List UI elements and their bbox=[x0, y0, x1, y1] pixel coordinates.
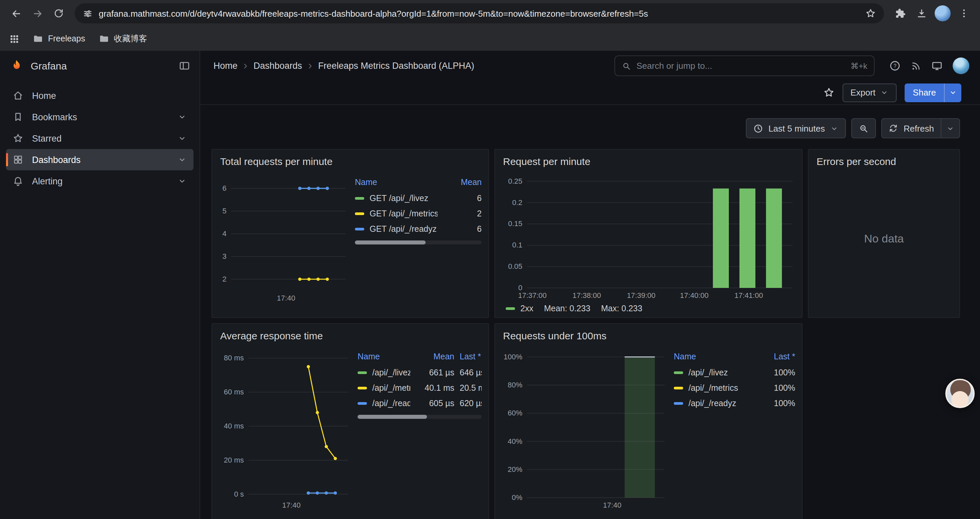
requests-under-100ms-chart[interactable]: 100%80%60%40%20%0%17:40 bbox=[502, 347, 668, 511]
downloads-icon[interactable] bbox=[911, 3, 932, 24]
favorite-star-icon[interactable] bbox=[823, 87, 834, 98]
legend-row[interactable]: GET /api/_/readyz 6 bbox=[355, 221, 482, 236]
legend-header-name[interactable]: Name bbox=[355, 178, 438, 187]
svg-text:6: 6 bbox=[223, 184, 226, 192]
legend-row[interactable]: GET /api/_/livez 6 bbox=[355, 190, 482, 206]
monitor-icon[interactable] bbox=[931, 60, 943, 72]
total-requests-chart[interactable]: 2345617:40 bbox=[219, 173, 350, 304]
breadcrumb-dashboards[interactable]: Dashboards bbox=[253, 61, 302, 71]
panel-title[interactable]: Request per minute bbox=[495, 150, 802, 169]
series-mean: 2 bbox=[443, 209, 482, 218]
legend-header-last[interactable]: Last * bbox=[460, 352, 482, 361]
sidebar-item-alerting[interactable]: Alerting bbox=[6, 170, 194, 192]
series-name[interactable]: /api/_/metrics bbox=[372, 383, 410, 393]
panel-title[interactable]: Requests under 100ms bbox=[495, 324, 802, 343]
series-name[interactable]: GET /api/_/metrics bbox=[369, 209, 438, 218]
zoom-out-button[interactable] bbox=[851, 118, 876, 138]
legend-header-name[interactable]: Name bbox=[358, 352, 410, 361]
chevron-down-icon[interactable] bbox=[177, 155, 187, 164]
panel-title[interactable]: Total requests per minute bbox=[212, 150, 488, 169]
average-response-time-chart[interactable]: 80 ms60 ms40 ms20 ms0 s17:40 bbox=[219, 347, 352, 511]
news-feed-icon[interactable] bbox=[911, 61, 921, 71]
chevron-down-icon bbox=[830, 124, 839, 133]
series-max-stat: Max: 0.233 bbox=[601, 304, 643, 313]
sidebar-toggle-icon[interactable] bbox=[179, 60, 190, 72]
browser-menu-icon[interactable] bbox=[953, 3, 975, 24]
sidebar-item-starred[interactable]: Starred bbox=[6, 128, 194, 149]
legend-scrollbar[interactable] bbox=[355, 241, 482, 244]
grafana-logo[interactable] bbox=[10, 58, 24, 73]
bookmark-item-blogs[interactable]: 收藏博客 bbox=[99, 33, 147, 45]
request-per-minute-chart[interactable]: 00.050.10.150.20.2517:37:0017:38:0017:39… bbox=[502, 173, 797, 301]
series-name[interactable]: /api/_/readyz bbox=[372, 398, 410, 408]
export-button[interactable]: Export bbox=[842, 83, 897, 102]
forward-button[interactable] bbox=[27, 3, 48, 24]
series-name[interactable]: 2xx bbox=[520, 304, 533, 313]
svg-text:17:39:00: 17:39:00 bbox=[627, 291, 655, 300]
chevron-down-icon[interactable] bbox=[177, 134, 187, 143]
legend-row[interactable]: GET /api/_/metrics 2 bbox=[355, 206, 482, 221]
search-input[interactable] bbox=[636, 61, 845, 71]
search-box[interactable]: ⌘+k bbox=[614, 56, 875, 76]
series-name[interactable]: /api/_/livez bbox=[372, 368, 410, 377]
scrollbar-thumb[interactable] bbox=[358, 415, 427, 419]
series-name[interactable]: /api/_/livez bbox=[689, 368, 728, 377]
sidebar-item-home[interactable]: Home bbox=[6, 85, 194, 106]
share-label: Share bbox=[913, 88, 936, 97]
svg-text:80%: 80% bbox=[508, 381, 522, 389]
url-bar[interactable]: grafana.mathmast.com/d/deytv4rwavabkb/fr… bbox=[75, 3, 884, 23]
apps-grid-icon[interactable] bbox=[10, 34, 19, 44]
legend-row[interactable]: 2xx bbox=[506, 304, 533, 313]
legend-row[interactable]: /api/_/readyz 605 µs 620 µs bbox=[358, 395, 482, 411]
panel-title[interactable]: Average response time bbox=[212, 324, 488, 343]
legend-scrollbar[interactable] bbox=[358, 415, 482, 419]
refresh-interval-button[interactable] bbox=[941, 118, 960, 138]
bookmark-item-freeleaps[interactable]: Freeleaps bbox=[33, 34, 85, 44]
floating-avatar[interactable] bbox=[945, 379, 975, 408]
chevron-down-icon[interactable] bbox=[177, 176, 187, 186]
chevron-down-icon[interactable] bbox=[177, 112, 187, 121]
series-mean: 661 µs bbox=[415, 368, 454, 377]
reload-button[interactable] bbox=[48, 3, 69, 24]
bookmark-star-icon[interactable] bbox=[865, 8, 876, 19]
legend-header-name[interactable]: Name bbox=[674, 352, 751, 361]
refresh-label: Refresh bbox=[904, 123, 934, 133]
site-settings-icon[interactable] bbox=[83, 8, 93, 18]
legend-header-last[interactable]: Last * bbox=[757, 352, 795, 361]
scrollbar-thumb[interactable] bbox=[355, 241, 426, 244]
svg-text:17:40: 17:40 bbox=[282, 501, 301, 509]
legend-row[interactable]: /api/_/readyz 100% bbox=[674, 395, 795, 411]
legend-row[interactable]: /api/_/metrics 100% bbox=[674, 380, 795, 395]
sidebar-item-dashboards[interactable]: Dashboards bbox=[6, 149, 194, 170]
svg-text:5: 5 bbox=[223, 207, 226, 215]
no-data-message: No data bbox=[808, 169, 959, 309]
user-avatar[interactable] bbox=[953, 57, 969, 74]
brand-title: Grafana bbox=[31, 60, 172, 72]
breadcrumb-home[interactable]: Home bbox=[213, 61, 237, 71]
legend-row[interactable]: /api/_/livez 661 µs 646 µs bbox=[358, 365, 482, 380]
legend-row[interactable]: /api/_/metrics 40.1 ms 20.5 ms bbox=[358, 380, 482, 395]
legend-header-mean[interactable]: Mean bbox=[443, 178, 482, 187]
browser-chrome: grafana.mathmast.com/d/deytv4rwavabkb/fr… bbox=[0, 0, 980, 51]
time-range-picker[interactable]: Last 5 minutes bbox=[746, 118, 846, 138]
series-swatch bbox=[355, 212, 364, 215]
panel-title[interactable]: Errors per second bbox=[808, 150, 959, 169]
share-button[interactable]: Share bbox=[905, 83, 944, 102]
series-name[interactable]: /api/_/readyz bbox=[689, 398, 736, 408]
sidebar-item-bookmarks[interactable]: Bookmarks bbox=[6, 106, 194, 128]
refresh-button[interactable]: Refresh bbox=[881, 118, 941, 138]
series-name[interactable]: GET /api/_/livez bbox=[369, 193, 428, 203]
series-name[interactable]: GET /api/_/readyz bbox=[369, 224, 437, 233]
series-swatch bbox=[674, 371, 683, 374]
series-name[interactable]: /api/_/metrics bbox=[689, 383, 738, 393]
svg-text:17:37:00: 17:37:00 bbox=[518, 291, 547, 300]
browser-profile-avatar[interactable] bbox=[932, 3, 953, 24]
share-menu-button[interactable] bbox=[944, 83, 961, 102]
time-range-label: Last 5 minutes bbox=[768, 123, 825, 133]
help-icon[interactable]: ? bbox=[889, 60, 900, 72]
legend-row[interactable]: /api/_/livez 100% bbox=[674, 365, 795, 380]
home-icon bbox=[13, 90, 23, 101]
back-button[interactable] bbox=[5, 3, 27, 24]
extensions-icon[interactable] bbox=[889, 3, 911, 24]
legend-header-mean[interactable]: Mean bbox=[415, 352, 454, 361]
